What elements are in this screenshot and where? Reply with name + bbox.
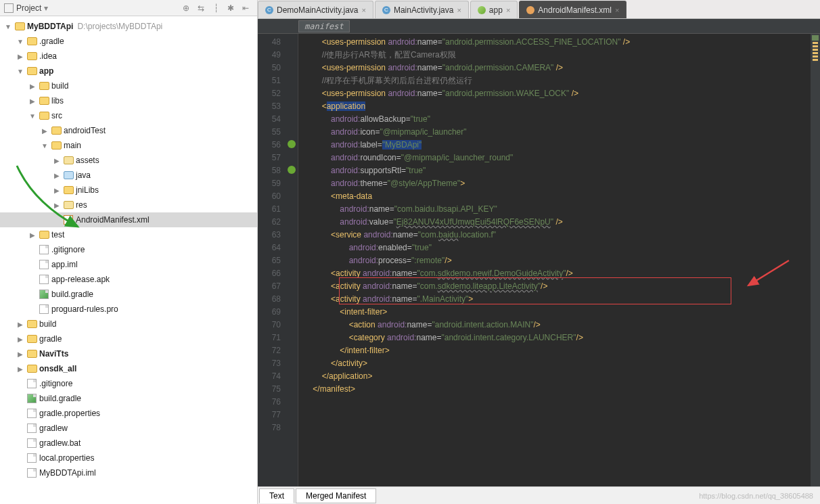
tree-item[interactable]: ▶.idea [0,49,257,64]
icon-gutter [285,34,298,486]
line-gutter: 4849505152535455565758596061626364656667… [258,34,285,486]
code-line[interactable]: <activity android:name="com.sdkdemo.lite… [304,280,811,293]
tree-item[interactable]: ▶androidTest [0,123,257,138]
code-line[interactable]: </application> [304,370,811,383]
code-line[interactable]: android:theme="@style/AppTheme"> [304,177,811,190]
watermark: https://blog.csdn.net/qq_38605488 [699,492,813,500]
code-line[interactable]: //使用步行AR导航，配置Camera权限 [304,49,811,62]
collapse-icon[interactable]: ⇤ [240,3,251,14]
tree-item[interactable]: ▶java [0,168,257,183]
breadcrumb-bar: manifest [258,19,820,34]
target-icon[interactable]: ⊕ [181,3,191,14]
svg-point-0 [288,140,296,148]
chevron-down-icon[interactable]: ▾ [44,3,48,13]
editor-tab[interactable]: CMainActivity.java× [375,1,469,18]
tab-text[interactable]: Text [259,488,294,503]
editor-tabs: CDemoMainActivity.java×CMainActivity.jav… [258,0,820,19]
split-icon[interactable]: ┆ [210,3,221,14]
tree-item[interactable]: .gitignore [0,376,257,391]
tree-item[interactable]: ▶NaviTts [0,346,257,361]
tree-item[interactable]: local.properties [0,451,257,465]
tree-item[interactable]: ▶libs [0,93,257,108]
tree-item[interactable]: build.gradle [0,391,257,406]
error-stripe[interactable] [811,34,820,486]
code-line[interactable]: <activity android:name="com.sdkdemo.newi… [304,267,811,280]
code-line[interactable]: </intent-filter> [304,344,811,357]
code-line[interactable]: android:label="MyBDApi" [304,139,811,152]
code-line[interactable]: <service android:name="com.baidu.locatio… [304,229,811,242]
tree-item[interactable]: app-release.apk [0,272,257,287]
code-line[interactable]: <action android:name="android.intent.act… [304,319,811,331]
code-line[interactable]: <intent-filter> [304,306,811,319]
android-icon [286,164,297,175]
code-line[interactable]: android:roundIcon="@mipmap/ic_launcher_r… [304,152,811,164]
code-line[interactable]: <activity android:name=".MainActivity"> [304,293,811,306]
code-line[interactable]: android:icon="@mipmap/ic_launcher" [304,126,811,139]
code-line[interactable]: <category android:name="android.intent.c… [304,331,811,344]
tree-item[interactable]: build.gradle [0,287,257,302]
code-line[interactable]: android:allowBackup="true" [304,113,811,126]
tree-item[interactable]: ▶build [0,78,257,93]
android-icon [286,139,297,150]
tree-item[interactable]: ▶test [0,227,257,242]
tree-item[interactable]: MyBDDTApi.iml [0,465,257,480]
editor-bottom-tabs: Text Merged Manifest https://blog.csdn.n… [258,486,820,504]
project-tree[interactable]: ▼MyBDDTApiD:\projects\MyBDDTApi▼.gradle▶… [0,16,257,504]
breadcrumb-tag[interactable]: manifest [298,20,350,32]
code-line[interactable]: <application [304,100,811,113]
tree-item[interactable]: gradlew [0,421,257,436]
code-line[interactable]: android:supportsRtl="true" [304,164,811,177]
tree-item[interactable]: ▼app [0,64,257,78]
editor-tab[interactable]: app× [470,1,518,18]
tree-item[interactable]: proguard-rules.pro [0,302,257,317]
tree-item[interactable]: ▶assets [0,153,257,168]
tree-item[interactable]: gradle.properties [0,406,257,421]
tree-item[interactable]: ▶res [0,198,257,212]
code-line[interactable]: </activity> [304,357,811,370]
code-line[interactable]: </manifest> [304,383,811,396]
tree-item[interactable]: gradlew.bat [0,436,257,451]
code-line[interactable]: android:name="com.baidu.lbsapi.API_KEY" [304,203,811,216]
code-line[interactable]: <uses-permission android:name="android.p… [304,36,811,49]
code-line[interactable]: //程序在手机屏幕关闭后后台进程仍然运行 [304,74,811,87]
editor-tab[interactable]: AndroidManifest.xml× [519,1,627,18]
code-line[interactable]: android:enabled="true" [304,242,811,254]
code-line[interactable]: <meta-data [304,190,811,203]
tree-item[interactable]: ▼.gradle [0,34,257,49]
gear-icon[interactable]: ✱ [225,3,236,14]
tree-item[interactable]: AndroidManifest.xml [0,212,257,227]
svg-point-1 [288,166,296,174]
refresh-icon[interactable]: ⇆ [196,3,206,14]
tree-item[interactable]: ▶build [0,317,257,331]
tree-root[interactable]: ▼MyBDDTApiD:\projects\MyBDDTApi [0,19,257,34]
tree-item[interactable]: app.iml [0,257,257,272]
sidebar-title: Project [16,3,41,13]
tree-item[interactable]: ▶gradle [0,331,257,346]
editor-pane: CDemoMainActivity.java×CMainActivity.jav… [258,0,820,504]
code-line[interactable]: <uses-permission android:name="android.p… [304,62,811,74]
tree-item[interactable]: ▼src [0,108,257,123]
tab-merged-manifest[interactable]: Merged Manifest [296,488,376,503]
code-line[interactable]: android:value="Ej82ANUV4xUfUmwqEui54lRQF… [304,216,811,229]
sidebar-header: Project ▾ ⊕ ⇆ ┆ ✱ ⇤ [0,0,257,16]
tree-item[interactable]: .gitignore [0,242,257,257]
tree-item[interactable]: ▼main [0,138,257,153]
tree-item[interactable]: ▶onsdk_all [0,361,257,376]
editor-tab[interactable]: CDemoMainActivity.java× [258,1,373,18]
project-icon [4,3,14,13]
code-editor[interactable]: <uses-permission android:name="android.p… [298,34,811,486]
code-area: 4849505152535455565758596061626364656667… [258,34,820,486]
code-line[interactable]: android:process=":remote"/> [304,254,811,267]
tree-item[interactable]: ▶jniLibs [0,183,257,198]
project-sidebar: Project ▾ ⊕ ⇆ ┆ ✱ ⇤ ▼MyBDDTApiD:\project… [0,0,258,504]
code-line[interactable]: <uses-permission android:name="android.p… [304,87,811,100]
